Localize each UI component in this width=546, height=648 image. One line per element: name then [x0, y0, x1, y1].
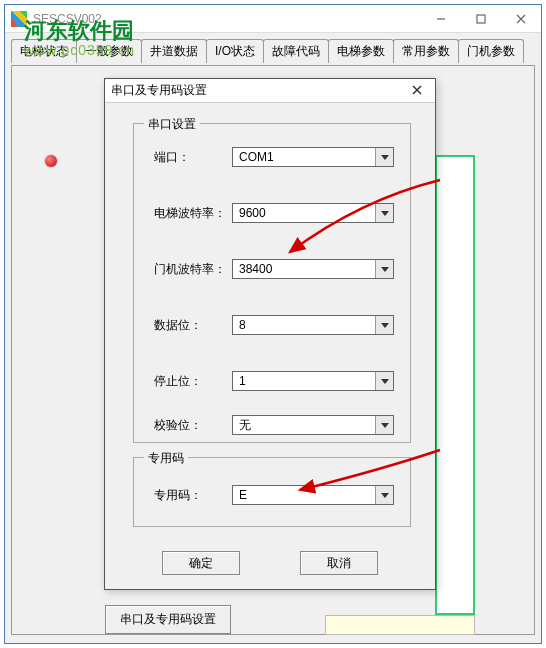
label-stop-bits: 停止位：: [154, 373, 232, 390]
combo-parity[interactable]: 无: [232, 415, 394, 435]
row-stop-bits: 停止位： 1: [154, 370, 394, 392]
minimize-button[interactable]: [421, 5, 461, 33]
combo-elev-baud[interactable]: 9600: [232, 203, 394, 223]
ok-button[interactable]: 确定: [162, 551, 240, 575]
maximize-button[interactable]: [461, 5, 501, 33]
group-serial-label: 串口设置: [144, 116, 200, 133]
group-serial-settings: 串口设置 端口： COM1 电梯波特率： 9600 门机波特率： 38400 数…: [133, 123, 411, 443]
chevron-down-icon: [375, 260, 393, 278]
serial-settings-button[interactable]: 串口及专用码设置: [105, 605, 231, 634]
svg-rect-0: [477, 15, 485, 23]
status-led-icon: [45, 155, 57, 167]
chevron-down-icon: [375, 204, 393, 222]
close-button[interactable]: [501, 5, 541, 33]
watermark-url: www.pc0359.cn: [24, 42, 135, 58]
row-elev-baud: 电梯波特率： 9600: [154, 202, 394, 224]
combo-stop-bits[interactable]: 1: [232, 371, 394, 391]
row-door-baud: 门机波特率： 38400: [154, 258, 394, 280]
tab-door-params[interactable]: 门机参数: [458, 39, 524, 63]
combo-port[interactable]: COM1: [232, 147, 394, 167]
dialog-button-row: 确定 取消: [105, 551, 435, 575]
tab-common-params[interactable]: 常用参数: [393, 39, 459, 63]
cancel-button[interactable]: 取消: [300, 551, 378, 575]
combo-data-bits[interactable]: 8: [232, 315, 394, 335]
label-data-bits: 数据位：: [154, 317, 232, 334]
row-parity: 校验位： 无: [154, 414, 394, 436]
row-special-code: 专用码： E: [154, 484, 394, 506]
dialog-title: 串口及专用码设置: [111, 82, 405, 99]
label-special-code: 专用码：: [154, 487, 232, 504]
tab-fault-code[interactable]: 故障代码: [263, 39, 329, 63]
combo-special-code[interactable]: E: [232, 485, 394, 505]
chevron-down-icon: [375, 316, 393, 334]
chevron-down-icon: [375, 486, 393, 504]
combo-door-baud[interactable]: 38400: [232, 259, 394, 279]
dialog-titlebar: 串口及专用码设置: [105, 79, 435, 103]
row-port: 端口： COM1: [154, 146, 394, 168]
chevron-down-icon: [375, 148, 393, 166]
tab-io-status[interactable]: I/O状态: [206, 39, 264, 63]
row-data-bits: 数据位： 8: [154, 314, 394, 336]
label-parity: 校验位：: [154, 417, 232, 434]
serial-settings-dialog: 串口及专用码设置 串口设置 端口： COM1 电梯波特率： 9600 门机波特率…: [104, 78, 436, 590]
chevron-down-icon: [375, 416, 393, 434]
status-strip: [325, 615, 475, 635]
dialog-close-button[interactable]: [405, 84, 429, 98]
label-port: 端口：: [154, 149, 232, 166]
tab-elevator-params[interactable]: 电梯参数: [328, 39, 394, 63]
side-panel: [435, 155, 475, 615]
chevron-down-icon: [375, 372, 393, 390]
group-code-label: 专用码: [144, 450, 188, 467]
group-special-code: 专用码 专用码： E: [133, 457, 411, 527]
label-door-baud: 门机波特率：: [154, 261, 232, 278]
tab-shaft-data[interactable]: 井道数据: [141, 39, 207, 63]
label-elev-baud: 电梯波特率：: [154, 205, 232, 222]
